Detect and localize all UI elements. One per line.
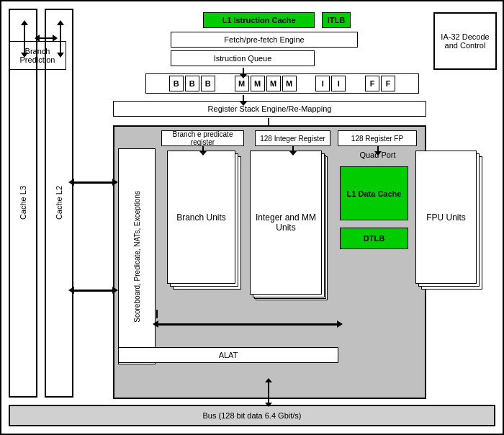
- scoreboard-box: Scoreboard, Predicate, NATs, Exceptions: [118, 148, 156, 364]
- main-area: Scoreboard, Predicate, NATs, Exceptions …: [113, 125, 426, 399]
- decoder-F2: F: [381, 76, 395, 91]
- decoder-M3: M: [266, 76, 281, 91]
- int-register-box: 128 Integer Register: [255, 130, 330, 146]
- reg-stack-arrow-down: [268, 118, 269, 125]
- decoder-F-group: F F: [365, 76, 395, 91]
- alat-box: ALAT: [118, 347, 338, 363]
- long-arrow-bottom: [158, 323, 338, 326]
- down-arrow-head2: [240, 74, 247, 79]
- decode-control-box: IA-32 Decode and Control: [433, 12, 497, 70]
- decoder-to-regstack: [243, 95, 244, 102]
- register-stack-box: Register Stack Engine/Re-Mapping: [113, 101, 426, 117]
- cache-l3-label: Cache L3: [19, 186, 27, 220]
- arrow-up-head: [265, 378, 272, 382]
- decoder-B2: B: [185, 76, 199, 91]
- arrow-branch-pred-down: [202, 146, 204, 152]
- arrow-v-scoreboard: [156, 310, 158, 318]
- branch-units-box: Branch Units: [167, 151, 235, 284]
- bus-bar: Bus (128 bit data 6.4 Gbit/s): [9, 405, 495, 426]
- scoreboard-label: Scoreboard, Predicate, NATs, Exceptions: [133, 191, 141, 323]
- decoder-I1: I: [315, 76, 330, 91]
- itlb-box: ITLB: [322, 12, 351, 28]
- bus-to-main-arrow: [268, 382, 269, 403]
- instr-queue-to-decoder: [243, 68, 244, 75]
- branch-prediction-box: Branch Prediction: [9, 41, 66, 70]
- decoder-B1: B: [169, 76, 184, 91]
- decoder-row: B B B M M M M I I F F: [145, 73, 419, 94]
- arrow-fp-reg-down: [377, 146, 379, 152]
- arrow-int-reg-down: [292, 146, 294, 152]
- decoder-B3: B: [201, 76, 215, 91]
- decoder-letters-group: B B B: [169, 76, 215, 91]
- down-arrow-head3: [240, 102, 247, 106]
- decoder-F1: F: [365, 76, 379, 91]
- l1-cache-label: L1 Istruction Cache: [203, 12, 315, 28]
- fp-register-box: 128 Register FP: [338, 130, 417, 146]
- fpu-units-box: FPU Units: [415, 151, 477, 284]
- dtlb-box: DTLB: [340, 228, 408, 249]
- arrow-down-head: [265, 403, 272, 407]
- cache-l2-l3-arrow: [39, 37, 53, 39]
- decoder-I2: I: [331, 76, 346, 91]
- fetch-engine-box: Fetch/pre-fetch Engine: [171, 32, 358, 48]
- instruction-queue-box: Istruction Queue: [171, 50, 315, 66]
- decoder-M2: M: [251, 76, 265, 91]
- cache-l2-main-arrow2: [73, 181, 113, 184]
- branch-prediction-label: Branch Prediction: [9, 47, 66, 64]
- l1-data-cache-box: L1 Data Cache: [340, 166, 408, 220]
- int-mm-box: Integer and MM Units: [250, 151, 322, 295]
- decoder-M4: M: [282, 76, 297, 91]
- branch-pred-register: Branch e predicate register: [161, 130, 244, 146]
- decoder-I-group: I I: [315, 76, 346, 91]
- diagram-container: Cache L3 Cache L2 Branch Prediction L1 I…: [0, 0, 504, 435]
- cache-l2-label: Cache L2: [55, 186, 63, 220]
- l1-cache-box: L1 Istruction Cache: [203, 12, 315, 28]
- cache-l2-main-arrow: [73, 290, 113, 292]
